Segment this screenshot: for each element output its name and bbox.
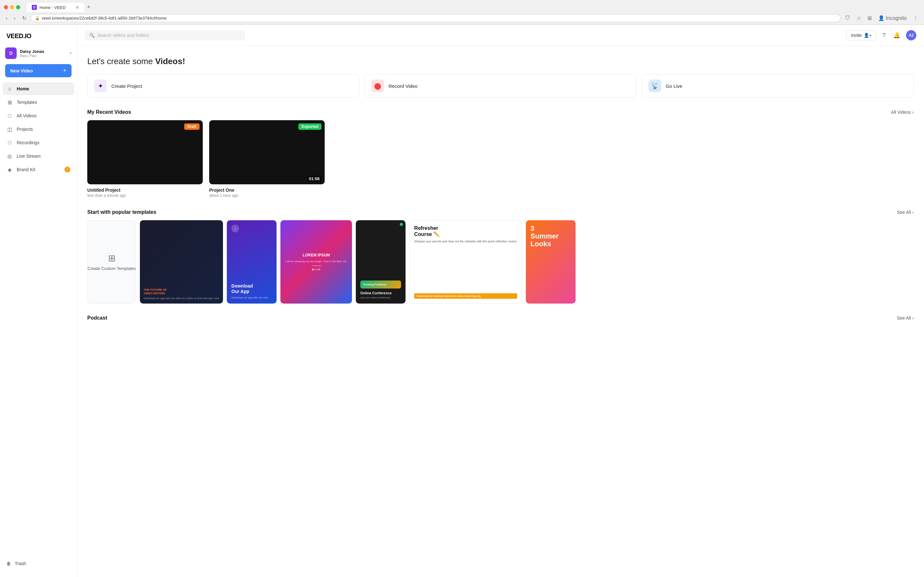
template-conference-inner: Thinking Positively Online Conference Jo… [356,220,405,303]
podcast-see-all-link[interactable]: See All › [897,316,914,321]
refresh-button[interactable]: ↻ [20,14,28,23]
bookmark-button[interactable]: ☆ [855,14,863,23]
close-window-dot[interactable] [4,5,8,9]
template-online-conference[interactable]: Thinking Positively Online Conference Jo… [356,220,405,303]
sidebar-navigation: ⌂ Home ⊞ Templates □ All Videos ◫ Projec… [0,82,77,176]
template-summer[interactable]: 3SummerLooks [526,220,575,303]
lock-icon: 🔒 [35,16,40,21]
new-tab-button[interactable]: + [84,3,93,12]
template-future-subtext: Download our app with one click on a vid… [144,297,219,300]
notifications-button[interactable]: 🔔 [891,30,902,41]
window-controls [4,5,20,9]
sidebar-item-label: Projects [17,127,33,132]
templates-row: ⊞ Create Custom Templates THE FUTURE OFV… [87,220,914,303]
search-placeholder: Search videos and folders [97,33,149,38]
all-videos-link[interactable]: All Videos › [891,110,914,115]
user-plan: Basic Plan [20,54,66,58]
podcast-title: Podcast [87,315,107,321]
menu-button[interactable]: ⋮ [911,14,920,23]
template-future-inner: THE FUTURE OFVIDEO EDITING Download our … [140,220,223,303]
video-time-untitled: less than a minute ago [87,193,203,198]
sidebar-item-live-stream[interactable]: ◎ Live Stream [3,150,74,163]
maximize-window-dot[interactable] [16,5,20,9]
user-profile[interactable]: D Daisy Jonas Basic Plan ▾ [0,45,77,64]
go-live-card[interactable]: 📡 Go Live [642,74,914,98]
header-actions: Invite 👤+ ? 🔔 A2 [846,30,916,41]
record-video-card[interactable]: ⬤ Record Video [365,74,636,98]
record-video-icon: ⬤ [371,79,384,92]
chevron-right-icon: › [912,316,914,321]
logo: VEED.IO [0,30,77,45]
active-browser-tab[interactable]: V Home - VEED ✕ [27,3,84,12]
user-avatar-header[interactable]: A2 [906,30,916,40]
trash-icon: 🗑 [6,561,11,566]
plus-icon: + [63,67,66,74]
template-conference-text: Online Conference [360,291,401,295]
title-bold: Videos! [155,56,185,66]
video-card-untitled[interactable]: Draft Untitled Project less than a minut… [87,120,203,198]
new-video-label: New Video [10,68,33,73]
sidebar-item-templates[interactable]: ⊞ Templates [3,96,74,109]
template-lorem-inner: LOREM IPSUM I will be releasing my new s… [280,220,352,303]
url-text: veed.io/workspaces/22ce6d2f-38c5-4df1-a8… [42,16,167,21]
forward-button[interactable]: › [12,14,17,23]
new-video-button[interactable]: New Video + [5,64,71,77]
download-icon: ↓ [231,225,239,232]
see-all-label: See All [897,210,911,215]
tab-grid-button[interactable]: ⊞ [866,14,874,23]
profile-button[interactable]: 👤 Incognito [876,14,909,23]
templates-title: Start with popular templates [87,210,156,215]
template-download-app[interactable]: ↓ DownloadOur App Download our app with … [227,220,276,303]
create-project-card[interactable]: ✦ Create Project [87,74,359,98]
template-refresher[interactable]: RefresherCourse ✏️ Sharpen your pencils … [409,220,522,303]
projects-icon: ◫ [6,126,13,132]
video-thumbnail-untitled: Draft [87,120,203,184]
search-icon: 🔍 [89,33,95,38]
create-custom-card[interactable]: ⊞ Create Custom Templates [87,220,136,303]
sidebar-item-recordings[interactable]: □ Recordings [3,136,74,149]
browser-toolbar: ‹ › ↻ 🔒 veed.io/workspaces/22ce6d2f-38c5… [0,12,924,24]
app-layout: VEED.IO D Daisy Jonas Basic Plan ▾ New V… [0,25,924,577]
chevron-right-icon: › [912,110,914,115]
content-body: Let's create some Videos! ✦ Create Proje… [77,46,924,336]
sidebar-item-label: Live Stream [17,153,41,159]
template-summer-text: 3SummerLooks [530,225,571,248]
sidebar-item-brand-kit[interactable]: ◈ Brand Kit ! [3,163,74,176]
go-live-icon: 📡 [648,79,661,92]
invite-user-icon: 👤+ [864,33,872,38]
back-button[interactable]: ‹ [4,14,9,23]
create-project-label: Create Project [111,83,142,89]
template-summer-inner: 3SummerLooks [526,220,575,303]
sidebar-item-trash[interactable]: 🗑 Trash [3,558,74,569]
extensions-button[interactable]: ⛉ [843,14,852,23]
tab-title: Home - VEED [39,5,66,10]
user-info: Daisy Jonas Basic Plan [20,49,66,58]
template-future-editing[interactable]: THE FUTURE OFVIDEO EDITING Download our … [140,220,223,303]
search-bar[interactable]: 🔍 Search videos and folders [85,30,245,40]
recent-videos-header: My Recent Videos All Videos › [87,109,914,115]
video-title-project-one: Project One [209,187,325,193]
browser-tabs: V Home - VEED ✕ + [27,3,93,12]
minimize-window-dot[interactable] [10,5,14,9]
recordings-icon: □ [6,139,13,146]
logo-text: VEED.IO [6,32,31,39]
address-bar[interactable]: 🔒 veed.io/workspaces/22ce6d2f-38c5-4df1-… [31,14,841,22]
sidebar-item-home[interactable]: ⌂ Home [3,82,74,95]
template-lorem[interactable]: LOREM IPSUM I will be releasing my new s… [280,220,352,303]
recent-videos-list: Draft Untitled Project less than a minut… [87,120,914,198]
tab-close-button[interactable]: ✕ [75,5,79,10]
templates-see-all-link[interactable]: See All › [897,210,914,215]
video-card-project-one[interactable]: Exported 01:58 Project One about 1 hour … [209,120,325,198]
sidebar-item-label: Recordings [17,140,39,145]
podcast-header: Podcast See All › [87,315,914,321]
invite-label: Invite [851,33,861,38]
sidebar-item-projects[interactable]: ◫ Projects [3,123,74,135]
help-button[interactable]: ? [880,30,887,41]
main-header: 🔍 Search videos and folders Invite 👤+ ? … [77,25,924,46]
home-icon: ⌂ [6,85,13,92]
trash-label: Trash [15,561,26,566]
sidebar-item-all-videos[interactable]: □ All Videos [3,109,74,122]
go-live-label: Go Live [666,83,682,89]
sidebar-item-label: Home [17,86,29,91]
invite-button[interactable]: Invite 👤+ [846,30,877,40]
